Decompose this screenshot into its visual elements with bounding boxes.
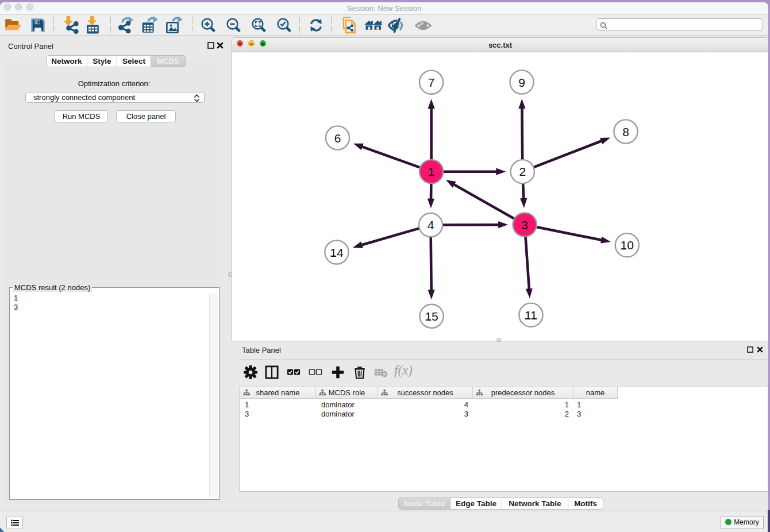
svg-text:1: 1 (428, 165, 435, 178)
svg-text:11: 11 (525, 309, 537, 322)
svg-text:15: 15 (425, 310, 438, 323)
svg-text:6: 6 (334, 132, 341, 145)
svg-text:3: 3 (521, 218, 528, 232)
svg-text:9: 9 (518, 76, 525, 89)
svg-text:8: 8 (622, 125, 629, 138)
svg-text:7: 7 (428, 76, 435, 89)
svg-text:10: 10 (621, 238, 634, 252)
svg-text:4: 4 (428, 218, 434, 232)
svg-text:14: 14 (330, 246, 344, 259)
svg-text:2: 2 (519, 165, 526, 178)
